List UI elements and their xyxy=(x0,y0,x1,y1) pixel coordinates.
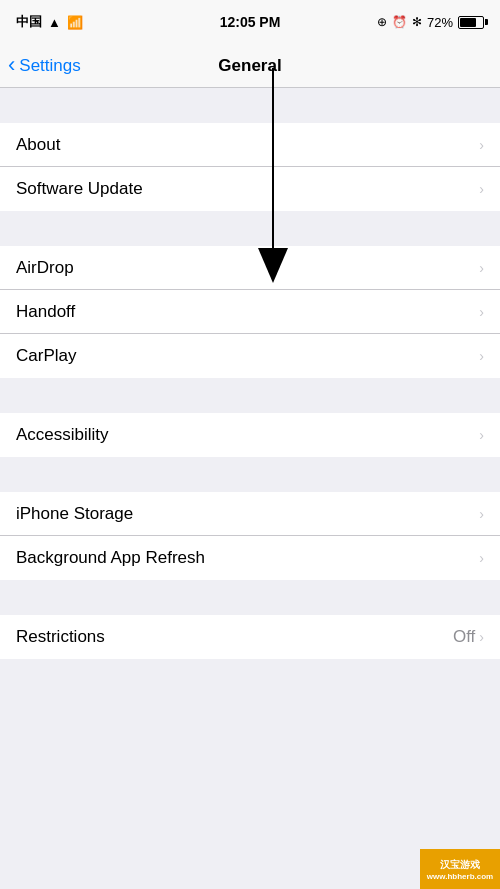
settings-item-iphone-storage[interactable]: iPhone Storage › xyxy=(0,492,500,536)
handoff-right: › xyxy=(479,304,484,320)
bluetooth-icon: ✻ xyxy=(412,15,422,29)
about-label: About xyxy=(16,135,60,155)
airdrop-chevron-icon: › xyxy=(479,260,484,276)
location-icon: ⊕ xyxy=(377,15,387,29)
settings-item-restrictions[interactable]: Restrictions Off › xyxy=(0,615,500,659)
restrictions-label: Restrictions xyxy=(16,627,105,647)
carplay-right: › xyxy=(479,348,484,364)
settings-item-airdrop[interactable]: AirDrop › xyxy=(0,246,500,290)
watermark: 汉宝游戏 www.hbherb.com xyxy=(420,849,500,889)
status-bar: 中国 ▲ 📶 12:05 PM ⊕ ⏰ ✻ 72% xyxy=(0,0,500,44)
settings-item-accessibility[interactable]: Accessibility › xyxy=(0,413,500,457)
section-gap-2 xyxy=(0,211,500,246)
background-app-refresh-label: Background App Refresh xyxy=(16,548,205,568)
section-gap-4 xyxy=(0,457,500,492)
alarm-icon: ⏰ xyxy=(392,15,407,29)
settings-group-5: Restrictions Off › xyxy=(0,615,500,659)
about-right: › xyxy=(479,137,484,153)
airdrop-label: AirDrop xyxy=(16,258,74,278)
restrictions-right: Off › xyxy=(453,627,484,647)
restrictions-value: Off xyxy=(453,627,475,647)
settings-group-4: iPhone Storage › Background App Refresh … xyxy=(0,492,500,580)
carplay-chevron-icon: › xyxy=(479,348,484,364)
back-button[interactable]: ‹ Settings xyxy=(8,55,81,76)
background-app-refresh-right: › xyxy=(479,550,484,566)
back-label: Settings xyxy=(19,56,80,76)
settings-group-3: Accessibility › xyxy=(0,413,500,457)
software-update-label: Software Update xyxy=(16,179,143,199)
accessibility-chevron-icon: › xyxy=(479,427,484,443)
airdrop-right: › xyxy=(479,260,484,276)
handoff-chevron-icon: › xyxy=(479,304,484,320)
wifi-icon: 📶 xyxy=(67,15,83,30)
settings-item-handoff[interactable]: Handoff › xyxy=(0,290,500,334)
software-update-right: › xyxy=(479,181,484,197)
settings-group-1: About › Software Update › xyxy=(0,123,500,211)
watermark-text: 汉宝游戏 www.hbherb.com xyxy=(427,858,493,881)
carplay-label: CarPlay xyxy=(16,346,76,366)
iphone-storage-right: › xyxy=(479,506,484,522)
section-gap-5 xyxy=(0,580,500,615)
battery-icon xyxy=(458,16,484,29)
settings-item-carplay[interactable]: CarPlay › xyxy=(0,334,500,378)
page-title: General xyxy=(218,56,281,76)
handoff-label: Handoff xyxy=(16,302,75,322)
about-chevron-icon: › xyxy=(479,137,484,153)
nav-bar: ‹ Settings General xyxy=(0,44,500,88)
status-right: ⊕ ⏰ ✻ 72% xyxy=(377,15,484,30)
software-update-chevron-icon: › xyxy=(479,181,484,197)
settings-item-software-update[interactable]: Software Update › xyxy=(0,167,500,211)
settings-group-2: AirDrop › Handoff › CarPlay › xyxy=(0,246,500,378)
signal-icon: ▲ xyxy=(48,15,61,30)
settings-item-background-app-refresh[interactable]: Background App Refresh › xyxy=(0,536,500,580)
section-gap-3 xyxy=(0,378,500,413)
restrictions-chevron-icon: › xyxy=(479,629,484,645)
accessibility-right: › xyxy=(479,427,484,443)
section-gap-top xyxy=(0,88,500,123)
iphone-storage-label: iPhone Storage xyxy=(16,504,133,524)
iphone-storage-chevron-icon: › xyxy=(479,506,484,522)
status-left: 中国 ▲ 📶 xyxy=(16,13,83,31)
battery-percentage: 72% xyxy=(427,15,453,30)
carrier-text: 中国 xyxy=(16,13,42,31)
back-arrow-icon: ‹ xyxy=(8,54,15,76)
section-gap-bottom xyxy=(0,659,500,699)
status-time: 12:05 PM xyxy=(220,14,281,30)
background-app-refresh-chevron-icon: › xyxy=(479,550,484,566)
settings-item-about[interactable]: About › xyxy=(0,123,500,167)
battery-fill xyxy=(460,18,476,27)
accessibility-label: Accessibility xyxy=(16,425,109,445)
